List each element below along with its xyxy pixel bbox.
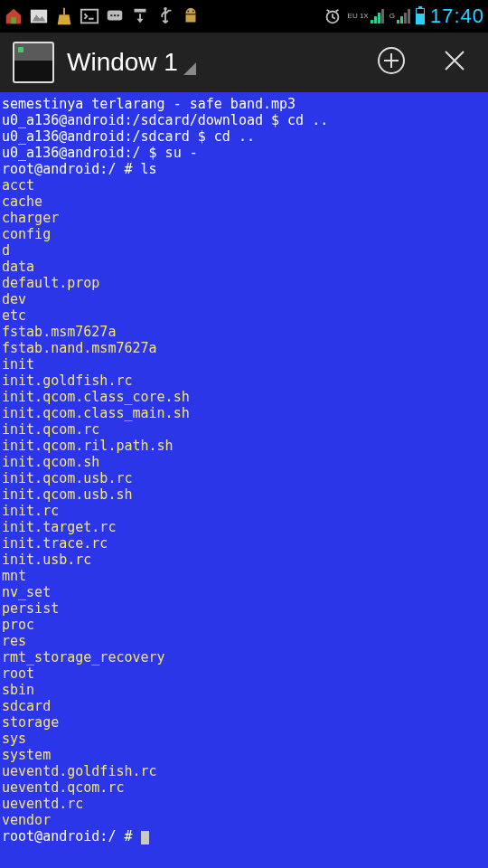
network-label-b: G (389, 13, 395, 20)
status-left (4, 6, 201, 26)
svg-point-8 (164, 7, 167, 11)
svg-point-10 (192, 11, 194, 13)
alarm-icon (323, 6, 343, 26)
download-icon (130, 6, 150, 26)
window-title-text: Window 1 (67, 48, 178, 77)
svg-point-6 (114, 14, 116, 16)
svg-point-5 (110, 14, 112, 16)
svg-point-9 (187, 11, 189, 13)
close-window-button[interactable] (439, 45, 470, 80)
new-window-button[interactable] (376, 45, 407, 80)
gallery-icon (29, 6, 49, 26)
cleaner-icon (54, 6, 74, 26)
terminal-cursor (141, 831, 149, 844)
status-clock: 17:40 (430, 5, 484, 28)
terminal-output[interactable]: semestinya terlarang - safe band.mp3 u0_… (0, 92, 488, 868)
bbm-icon (105, 6, 125, 26)
battery-icon (416, 8, 425, 24)
network-label-a: EU 1X (348, 13, 369, 20)
app-bar: Window 1 (0, 33, 488, 92)
usb-icon (155, 6, 175, 26)
terminal-icon (80, 6, 99, 26)
signal-sim1: EU 1X (348, 9, 384, 24)
window-switcher[interactable]: Window 1 (67, 48, 196, 77)
status-bar: EU 1X G 17:40 (0, 0, 488, 33)
terminal-app-icon[interactable] (13, 42, 54, 83)
android-icon (181, 6, 201, 26)
dropdown-triangle-icon (183, 62, 196, 75)
svg-rect-0 (11, 17, 16, 24)
house-icon (4, 6, 23, 26)
svg-rect-3 (81, 10, 98, 24)
svg-point-7 (117, 14, 118, 16)
signal-sim2: G (389, 9, 410, 24)
status-right: EU 1X G 17:40 (323, 5, 484, 28)
